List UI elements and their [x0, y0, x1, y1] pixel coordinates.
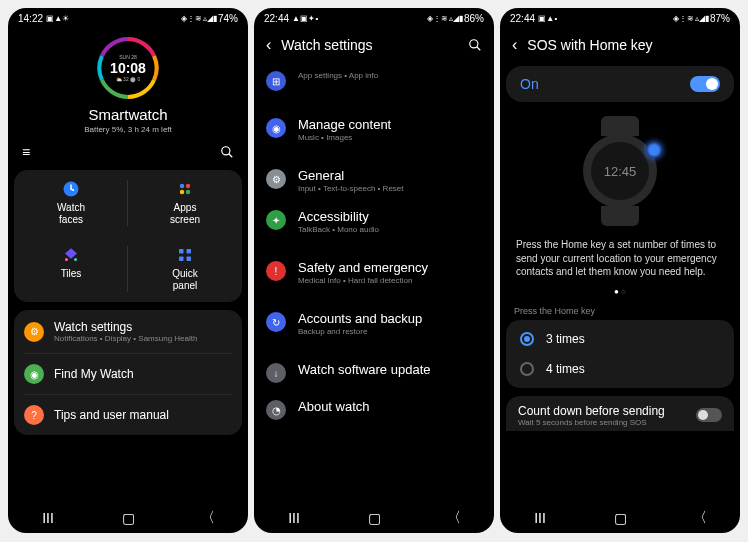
watch-mock-time: 12:45: [591, 142, 649, 200]
tiles-icon: [62, 246, 80, 264]
search-icon[interactable]: [468, 38, 482, 52]
software-update-item[interactable]: ↓ Watch software update: [260, 354, 488, 391]
status-time: 22:44: [510, 13, 535, 24]
item-title: Watch software update: [298, 362, 430, 377]
general-item[interactable]: ⚙ General Input • Text-to-speech • Reset: [260, 160, 488, 201]
find-my-watch-item[interactable]: ◉ Find My Watch: [24, 353, 232, 394]
item-title: Tips and user manual: [54, 408, 169, 422]
nav-bar: III ▢ 〈: [254, 503, 494, 533]
grid-label: Apps screen: [170, 202, 200, 226]
status-battery: 87%: [710, 13, 730, 24]
item-subtitle: Input • Text-to-speech • Reset: [298, 184, 404, 193]
accounts-item[interactable]: ↻ Accounts and backup Backup and restore: [260, 303, 488, 344]
page-title: Watch settings: [281, 37, 458, 53]
watch-settings-item[interactable]: ⚙ Watch settings Notifications • Display…: [24, 310, 232, 353]
switch-off[interactable]: [696, 408, 722, 422]
item-title: Find My Watch: [54, 367, 134, 381]
item-title: Accessibility: [298, 209, 379, 224]
radio-label: 3 times: [546, 332, 585, 346]
status-right-icons: ◈ ⋮ ≋ ▵ ◢ ▮: [673, 14, 708, 23]
svg-point-6: [180, 190, 185, 195]
home-button[interactable]: ▢: [113, 510, 143, 526]
toggle-state: On: [520, 76, 539, 92]
grid-label: Tiles: [61, 268, 82, 280]
location-icon: ◉: [24, 364, 44, 384]
svg-point-5: [186, 184, 191, 189]
grid-label: Watch faces: [57, 202, 85, 226]
recents-button[interactable]: III: [279, 510, 309, 526]
radio-icon: [520, 362, 534, 376]
home-button[interactable]: ▢: [359, 510, 389, 526]
status-left-icons: ▲ ▣ ✦ •: [292, 14, 317, 23]
watch-time: 10:08: [110, 60, 146, 76]
watch-faces-icon: [62, 180, 80, 198]
page-indicator: ● ○: [500, 285, 740, 302]
svg-point-8: [65, 258, 68, 261]
recents-button[interactable]: III: [33, 510, 63, 526]
main-toggle[interactable]: On: [506, 66, 734, 102]
settings-scroll[interactable]: ⊞ App settings • App info ◉ Manage conte…: [254, 62, 494, 503]
svg-line-15: [477, 47, 481, 51]
apps-screen-button[interactable]: Apps screen: [128, 170, 242, 236]
search-icon[interactable]: [220, 145, 234, 159]
about-icon: ◔: [266, 400, 286, 420]
safety-item[interactable]: ! Safety and emergency Medical info • Ha…: [260, 252, 488, 293]
home-key-highlight-icon: [646, 142, 662, 158]
watch-complications: ⛅ 32 ⬤ 0: [110, 76, 146, 82]
back-icon[interactable]: ‹: [512, 36, 517, 54]
nav-bar: III ▢ 〈: [500, 503, 740, 533]
svg-rect-10: [179, 249, 184, 254]
item-subtitle: TalkBack • Mono audio: [298, 225, 379, 234]
quick-panel-button[interactable]: Quick panel: [128, 236, 242, 302]
item-title: Safety and emergency: [298, 260, 428, 275]
option-3-times[interactable]: 3 times: [516, 324, 724, 354]
svg-point-9: [74, 258, 77, 261]
menu-icon[interactable]: ≡: [22, 144, 30, 160]
phone-screen-2: 22:44 ▲ ▣ ✦ • ◈ ⋮ ≋ ▵ ◢ ▮ 86% ‹ Watch se…: [254, 8, 494, 533]
tiles-button[interactable]: Tiles: [14, 236, 128, 302]
question-icon: ?: [24, 405, 44, 425]
watch-faces-button[interactable]: Watch faces: [14, 170, 128, 236]
back-button[interactable]: 〈: [439, 509, 469, 527]
back-icon[interactable]: ‹: [266, 36, 271, 54]
svg-rect-12: [179, 257, 184, 262]
description-text: Press the Home key a set number of times…: [500, 232, 740, 285]
quick-access-grid: Watch faces Apps screen Tiles Quick pane…: [14, 170, 242, 302]
back-button[interactable]: 〈: [193, 509, 223, 527]
content-icon: ◉: [266, 118, 286, 138]
svg-rect-13: [187, 257, 192, 262]
option-4-times[interactable]: 4 times: [516, 354, 724, 384]
svg-rect-11: [187, 249, 192, 254]
item-title: About watch: [298, 399, 370, 414]
switch-on[interactable]: [690, 76, 720, 92]
status-bar: 14:22 ▣ ▲ ☀ ◈ ⋮ ≋ ▵ ◢ ▮ 74%: [8, 8, 248, 28]
svg-point-4: [180, 184, 185, 189]
about-watch-item[interactable]: ◔ About watch: [260, 391, 488, 428]
app-info-item[interactable]: ⊞ App settings • App info: [260, 62, 488, 99]
tips-item[interactable]: ? Tips and user manual: [24, 394, 232, 435]
page-header: ‹ Watch settings: [254, 28, 494, 62]
status-battery: 86%: [464, 13, 484, 24]
option-header: Press the Home key: [500, 302, 740, 318]
apps-icon: [176, 180, 194, 198]
status-time: 14:22: [18, 13, 43, 24]
item-title: Watch settings: [54, 320, 197, 334]
home-button[interactable]: ▢: [605, 510, 635, 526]
status-left-icons: ▣ ▲ ☀: [46, 14, 68, 23]
back-button[interactable]: 〈: [685, 509, 715, 527]
svg-point-14: [470, 40, 478, 48]
status-bar: 22:44 ▣ ▲ • ◈ ⋮ ≋ ▵ ◢ ▮ 87%: [500, 8, 740, 28]
item-title: Accounts and backup: [298, 311, 422, 326]
accessibility-item[interactable]: ✦ Accessibility TalkBack • Mono audio: [260, 201, 488, 242]
recents-button[interactable]: III: [525, 510, 555, 526]
status-left-icons: ▣ ▲ •: [538, 14, 556, 23]
backup-icon: ↻: [266, 312, 286, 332]
grid-label: Quick panel: [172, 268, 198, 292]
device-name: Smartwatch: [88, 106, 167, 123]
press-count-options: 3 times 4 times: [506, 320, 734, 388]
apps-circle-icon: ⊞: [266, 71, 286, 91]
manage-content-item[interactable]: ◉ Manage content Music • Images: [260, 109, 488, 150]
watch-face-preview[interactable]: SUN 28 10:08 ⛅ 32 ⬤ 0 Smartwatch Battery…: [8, 28, 248, 138]
radio-icon: [520, 332, 534, 346]
countdown-item[interactable]: Count down before sending Wait 5 seconds…: [506, 396, 734, 431]
